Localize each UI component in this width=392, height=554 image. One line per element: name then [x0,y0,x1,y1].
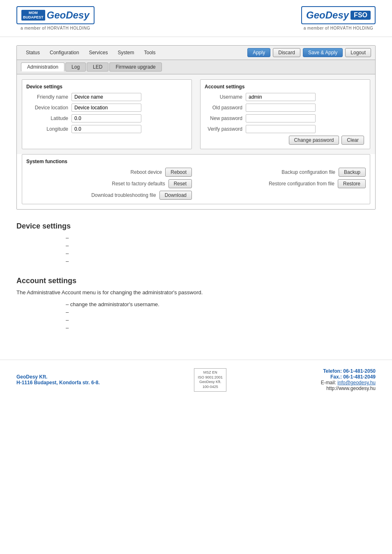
discard-button[interactable]: Discard [273,48,300,57]
apply-button[interactable]: Apply [247,48,270,57]
nav-services[interactable]: Services [84,48,113,57]
mom-badge: MOMBUDAPEST [21,10,45,21]
doc-device-settings: Device settings – – – – [16,222,376,264]
doc-account-dash-4: – [16,325,376,331]
username-label: Username [205,94,246,100]
logout-button[interactable]: Logout [345,48,371,57]
device-location-row: Device location [26,104,187,112]
account-settings-title: Account settings [205,84,366,90]
device-settings-title: Device settings [26,84,187,90]
username-input[interactable] [246,93,316,101]
tab-firmware[interactable]: Firmware upgrade [109,62,161,72]
cert-line3: GeoDesy Kft. [198,380,223,385]
geodesy-brand-right: GeoDesy [306,9,349,21]
verify-password-row: Verify password [205,125,366,133]
backup-label: Backup configuration file [200,169,335,175]
doc-device-dash-2: – [16,242,376,249]
restore-label: Restore configuration from file [200,181,334,187]
cert-line4: 100-0425 [198,385,223,390]
doc-account-dash-3: – [16,317,376,323]
download-button[interactable]: Download [159,191,192,200]
new-password-input[interactable] [246,114,316,122]
tab-administration[interactable]: Administration [21,62,65,72]
backup-button[interactable]: Backup [339,168,366,177]
latitude-row: Latitude [26,114,187,122]
doc-account-settings-heading: Account settings [16,277,376,285]
doc-account-dash-2: – [16,309,376,315]
new-password-label: New password [205,115,246,121]
friendly-name-input[interactable] [71,93,141,101]
admin-panel: Status Configuration Services System Too… [16,45,376,210]
footer-website: http://www.geodesy.hu [321,385,376,391]
page-header: MOMBUDAPEST GeoDesy a member of HORVÁTH … [0,0,392,37]
nav-status[interactable]: Status [21,48,45,57]
longitude-row: Longitude [26,125,187,133]
reset-button[interactable]: Reset [168,179,192,188]
device-settings-box: Device settings Friendly name Device loc… [22,79,192,149]
reboot-button[interactable]: Reboot [165,168,192,177]
toolbar: Status Configuration Services System Too… [17,46,375,60]
account-settings-box: Account settings Username Old password N… [200,79,370,149]
doc-device-dash-3: – [16,250,376,256]
footer-email-link[interactable]: info@geodesy.hu [337,380,376,385]
logo-left-box: MOMBUDAPEST GeoDesy [16,6,95,24]
tab-log[interactable]: Log [65,62,86,72]
footer-email-label: E-mail: [321,380,338,385]
panel-body: Device settings Friendly name Device loc… [17,74,375,154]
longitude-label: Longitude [26,126,71,132]
latitude-input[interactable] [71,114,141,122]
nav-bar: Status Configuration Services System Too… [21,48,160,57]
footer-phone: Telefon: 06-1-481-2050 [321,368,376,374]
cert-line1: MSZ EN [198,370,223,375]
username-row: Username [205,93,366,101]
footer-company-name: GeoDesy Kft. [16,374,100,380]
system-functions-box: System functions Reboot device Reboot Ba… [22,154,370,204]
doc-device-dash-1: – [16,235,376,241]
footer-company: GeoDesy Kft. H-1116 Budapest, Kondorfa s… [16,374,100,385]
reset-label: Reset to factory defaults [26,181,165,187]
clear-button[interactable]: Clear [341,136,364,145]
restore-row: Restore configuration from file Restore [200,179,366,188]
logo-right-box: GeoDesy FSO [301,6,376,24]
device-location-input[interactable] [71,104,141,112]
friendly-name-label: Friendly name [26,94,71,100]
nav-tools[interactable]: Tools [139,48,160,57]
tab-led[interactable]: LED [87,62,108,72]
download-row: Download troubleshooting file Download [26,191,192,200]
logo-left-member: a member of HORVÁTH HOLDING [21,26,90,30]
system-functions-grid: Reboot device Reboot Backup configuratio… [26,168,366,200]
geodesy-brand-left: GeoDesy [47,9,90,21]
change-password-button[interactable]: Change password [289,136,339,145]
old-password-input[interactable] [246,104,316,112]
backup-row: Backup configuration file Backup [200,168,366,177]
reset-row: Reset to factory defaults Reset [26,179,192,188]
reboot-row: Reboot device Reboot [26,168,192,177]
nav-system[interactable]: System [113,48,139,57]
old-password-label: Old password [205,105,246,111]
logo-left: MOMBUDAPEST GeoDesy a member of HORVÁTH … [16,6,95,30]
doc-account-item-1: – change the administrator's username. [16,301,376,307]
sub-tab-bar: Administration Log LED Firmware upgrade [17,60,375,74]
download-label: Download troubleshooting file [26,192,156,198]
fso-badge: FSO [350,11,371,20]
old-password-row: Old password [205,104,366,112]
save-apply-button[interactable]: Save & Apply [303,48,343,57]
doc-account-settings: Account settings The Administrative Acco… [16,277,376,331]
longitude-input[interactable] [71,125,141,133]
footer-company-address: H-1116 Budapest, Kondorfa str. 6-8. [16,380,100,385]
logo-right-member: a member of HORVÁTH HOLDING [304,26,373,30]
restore-button[interactable]: Restore [338,179,366,188]
device-location-label: Device location [26,105,71,111]
footer-contact: Telefon: 06-1-481-2050 Fax.: 06-1-481-20… [321,368,376,391]
main-content: Status Configuration Services System Too… [0,37,392,351]
nav-configuration[interactable]: Configuration [45,48,84,57]
logo-right: GeoDesy FSO a member of HORVÁTH HOLDING [301,6,376,30]
verify-password-input[interactable] [246,125,316,133]
cert-line2: ISO 9001:2001 [198,375,223,380]
system-functions-title: System functions [26,159,366,164]
page-footer: GeoDesy Kft. H-1116 Budapest, Kondorfa s… [0,360,392,400]
reboot-label: Reboot device [26,169,162,175]
footer-email-row: E-mail: info@geodesy.hu [321,380,376,385]
friendly-name-row: Friendly name [26,93,187,101]
latitude-label: Latitude [26,115,71,121]
